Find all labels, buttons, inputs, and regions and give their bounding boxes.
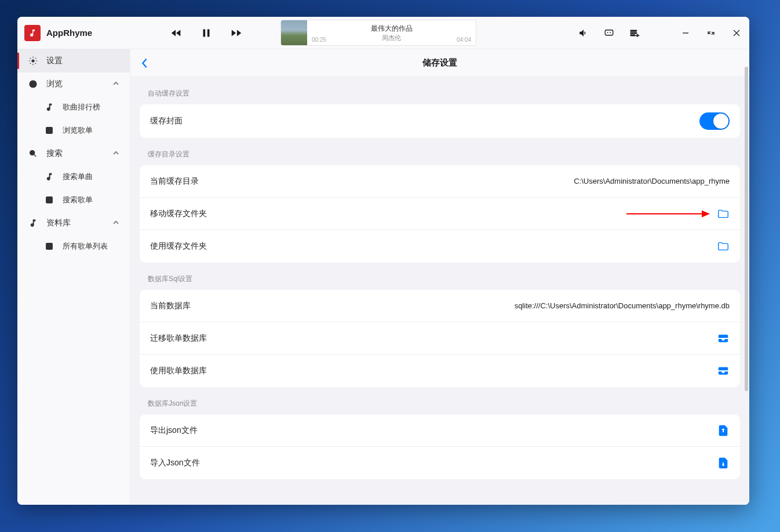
tray-icon[interactable] [717, 332, 730, 345]
queue-icon[interactable] [629, 27, 640, 39]
svg-point-3 [32, 60, 34, 62]
sidebar-sub-song-ranking[interactable]: 歌曲排行榜 [17, 96, 130, 119]
folder-icon[interactable] [717, 207, 730, 220]
row-label: 使用歌单数据库 [150, 366, 207, 376]
row-current-cache-dir: 当前缓存目录 C:\Users\Administrator\Documents\… [140, 165, 740, 198]
row-use-playlist-db[interactable]: 使用歌单数据库 [140, 355, 740, 387]
svg-rect-0 [605, 30, 613, 35]
next-button[interactable] [229, 26, 243, 40]
sidebar-item-search[interactable]: 搜索 [17, 142, 130, 165]
settings-scroll[interactable]: 自动缓存设置 缓存封面 缓存目录设置 当前缓存目录 C:\Users\Admin… [130, 77, 749, 505]
sidebar-item-label: 浏览 [46, 79, 63, 89]
sidebar-sub-all-playlists[interactable]: 所有歌单列表 [17, 235, 130, 258]
row-label: 移动缓存文件夹 [150, 209, 207, 219]
sidebar-item-library[interactable]: 资料库 [17, 212, 130, 235]
sidebar-sub-search-songs[interactable]: 搜索单曲 [17, 165, 130, 188]
scrollbar[interactable] [745, 67, 748, 391]
maximize-button[interactable] [705, 27, 717, 39]
subheader: 储存设置 [130, 49, 749, 77]
file-download-icon[interactable] [717, 457, 730, 469]
toggle-cache-cover[interactable] [699, 112, 730, 130]
content: 储存设置 自动缓存设置 缓存封面 缓存目录设置 当前缓存目录 C:\Users\… [130, 49, 749, 505]
section-label-cachedir: 缓存目录设置 [130, 138, 749, 165]
annotation-arrow [626, 213, 702, 214]
sidebar-item-label: 资料库 [46, 218, 71, 228]
playlist-icon [44, 241, 54, 252]
now-playing[interactable]: 最伟大的作品 周杰伦 00:25 04:04 [280, 20, 476, 46]
sidebar-item-settings[interactable]: 设置 [17, 49, 130, 72]
player-controls [169, 26, 243, 40]
card-autocache: 缓存封面 [140, 104, 740, 138]
card-dbsql: 当前数据库 sqlite:///C:\Users\Administrator\D… [140, 290, 740, 387]
sidebar-sub-label: 搜索歌单 [63, 195, 93, 205]
back-button[interactable] [137, 56, 151, 70]
window-buttons [680, 27, 742, 39]
row-current-db: 当前数据库 sqlite:///C:\Users\Administrator\D… [140, 290, 740, 322]
card-dbjson: 导出json文件 导入Json文件 [140, 414, 740, 479]
row-label: 导出json文件 [150, 425, 198, 436]
folder-icon[interactable] [717, 240, 730, 253]
row-export-json[interactable]: 导出json文件 [140, 414, 740, 447]
music-note-icon [44, 172, 54, 182]
page-title: 储存设置 [422, 57, 457, 68]
card-cachedir: 当前缓存目录 C:\Users\Administrator\Documents\… [140, 165, 740, 263]
file-upload-icon[interactable] [717, 424, 730, 437]
section-label-dbsql: 数据库Sql设置 [130, 263, 749, 290]
sidebar-item-label: 设置 [46, 56, 63, 66]
chevron-up-icon [112, 79, 119, 89]
lyrics-icon[interactable] [603, 27, 615, 39]
sidebar: 设置 浏览 歌曲排行榜 浏览歌单 搜索 搜索单曲 [17, 49, 130, 505]
track-artist: 周杰伦 [382, 34, 401, 42]
sidebar-sub-browse-playlists[interactable]: 浏览歌单 [17, 119, 130, 142]
app-brand: AppRhyme [24, 25, 130, 41]
row-use-cache-folder[interactable]: 使用缓存文件夹 [140, 230, 740, 263]
sidebar-sub-label: 浏览歌单 [63, 125, 93, 136]
sidebar-sub-label: 所有歌单列表 [63, 241, 108, 252]
titlebar-right [578, 27, 742, 39]
row-cache-cover: 缓存封面 [140, 104, 740, 138]
chevron-up-icon [112, 218, 119, 228]
gear-icon [28, 56, 38, 66]
total-time: 04:04 [457, 37, 471, 43]
row-label: 导入Json文件 [150, 458, 200, 468]
svg-point-2 [610, 32, 611, 33]
row-import-json[interactable]: 导入Json文件 [140, 447, 740, 479]
row-label: 使用缓存文件夹 [150, 241, 207, 252]
svg-point-1 [607, 32, 608, 33]
section-label-autocache: 自动缓存设置 [130, 77, 749, 104]
pause-button[interactable] [199, 26, 213, 40]
previous-button[interactable] [169, 26, 183, 40]
now-playing-info: 最伟大的作品 周杰伦 00:25 04:04 [307, 20, 476, 45]
volume-icon[interactable] [578, 27, 589, 39]
chevron-up-icon [112, 149, 119, 158]
search-icon [28, 148, 38, 159]
playlist-icon [44, 195, 54, 205]
sidebar-sub-search-playlists[interactable]: 搜索歌单 [17, 188, 130, 212]
sidebar-item-label: 搜索 [46, 148, 63, 159]
app-name: AppRhyme [46, 28, 92, 38]
compass-icon [28, 79, 38, 89]
tray-icon[interactable] [717, 365, 730, 377]
music-note-icon [44, 102, 54, 112]
body: 设置 浏览 歌曲排行榜 浏览歌单 搜索 搜索单曲 [17, 49, 749, 505]
row-label: 缓存封面 [150, 116, 183, 126]
row-label: 迁移歌单数据库 [150, 333, 207, 344]
row-migrate-playlist-db[interactable]: 迁移歌单数据库 [140, 322, 740, 355]
sidebar-item-browse[interactable]: 浏览 [17, 72, 130, 96]
sidebar-sub-label: 歌曲排行榜 [63, 102, 100, 112]
row-label: 当前缓存目录 [150, 176, 199, 187]
app-window: AppRhyme 最伟大的作品 周杰伦 00:25 04:04 [17, 17, 749, 505]
row-label: 当前数据库 [150, 301, 191, 311]
close-button[interactable] [731, 27, 742, 39]
playlist-icon [44, 125, 54, 136]
track-title: 最伟大的作品 [371, 24, 413, 34]
row-value: C:\Users\Administrator\Documents\app_rhy… [574, 177, 730, 185]
minimize-button[interactable] [680, 27, 691, 39]
app-logo [24, 25, 41, 41]
row-move-cache-folder[interactable]: 移动缓存文件夹 [140, 198, 740, 230]
music-note-icon [28, 218, 38, 228]
sidebar-sub-label: 搜索单曲 [63, 172, 93, 182]
titlebar: AppRhyme 最伟大的作品 周杰伦 00:25 04:04 [17, 17, 749, 49]
elapsed-time: 00:25 [312, 37, 326, 43]
album-art [281, 20, 307, 46]
